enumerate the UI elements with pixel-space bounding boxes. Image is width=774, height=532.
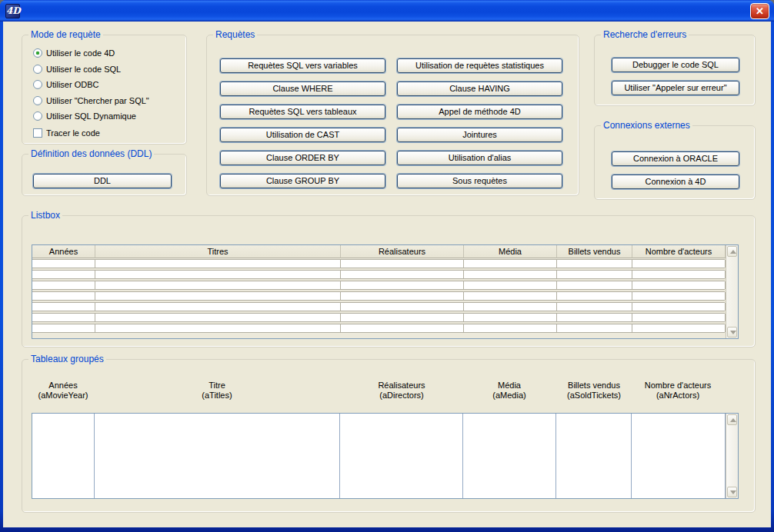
requetes-statistiques-button[interactable]: Utilisation de requètes statistiques: [397, 58, 562, 73]
radio-icon[interactable]: [33, 80, 42, 89]
column-header-billets-vendus[interactable]: Billets vendus: [557, 245, 632, 258]
radio-sql-dynamique[interactable]: Utiliser SQL Dynamique: [33, 110, 136, 121]
radio-label: Utiliser le code 4D: [46, 48, 115, 58]
connexion-4d-button[interactable]: Connexion à 4D: [612, 175, 739, 189]
group-title: Listbox: [28, 210, 62, 221]
column-label-realisateurs: Réalisateurs(aDirectors): [348, 381, 455, 401]
requetes-sql-vers-tableaux-button[interactable]: Requètes SQL vers tableaux: [220, 105, 385, 119]
title-bar[interactable]: 4D ✕: [0, 0, 774, 22]
table-row[interactable]: [32, 313, 725, 322]
listbox-header-row: Années Titres Réalisateurs Média Billets…: [32, 245, 738, 258]
clause-order-by-button[interactable]: Clause ORDER BY: [220, 151, 385, 165]
radio-label: Utiliser ODBC: [46, 80, 98, 89]
close-icon: ✕: [756, 5, 764, 17]
group-title: Recherche d'erreurs: [601, 29, 689, 40]
column-label-nombre-acteurs: Nombre d'acteurs(aNrActors): [624, 381, 732, 401]
radio-utiliser-le-code-sql[interactable]: Utiliser le code SQL: [33, 63, 121, 75]
listbox-table[interactable]: Années Titres Réalisateurs Média Billets…: [32, 244, 739, 339]
checkbox-icon[interactable]: [33, 128, 42, 138]
table-row[interactable]: [32, 291, 725, 301]
tableaux-groupes-group: Tableaux groupés Années(aMovieYear) Titr…: [22, 359, 756, 513]
ddl-group: Définition des données (DDL) DDL: [22, 154, 187, 196]
group-title: Requètes: [213, 29, 257, 40]
up-arrow-icon: [730, 250, 736, 254]
utilisation-alias-button[interactable]: Utilisation d'alias: [397, 151, 562, 165]
scroll-down-button[interactable]: [727, 487, 737, 497]
table-row[interactable]: [32, 281, 725, 290]
column-header-titres[interactable]: Titres: [95, 245, 341, 258]
mode-de-requete-group: Mode de requète Utiliser le code 4D Util…: [22, 35, 187, 145]
clause-where-button[interactable]: Clause WHERE: [220, 81, 385, 96]
table-row[interactable]: [32, 270, 725, 279]
grid-column-nombre-acteurs[interactable]: [632, 414, 726, 498]
column-header-realisateurs[interactable]: Réalisateurs: [341, 245, 464, 258]
grid-column-billets-vendus[interactable]: [556, 414, 632, 498]
column-header-nombre-acteurs[interactable]: Nombre d'acteurs: [632, 245, 726, 258]
column-label-annees: Années(aMovieYear): [25, 381, 102, 401]
appel-de-methode-4d-button[interactable]: Appel de méthode 4D: [397, 105, 562, 119]
radio-utiliser-odbc[interactable]: Utiliser ODBC: [33, 78, 98, 90]
column-header-media[interactable]: Média: [464, 245, 557, 258]
radio-chercher-par-sql[interactable]: Utiliser "Chercher par SQL": [33, 95, 149, 106]
requetes-group: Requètes Requètes SQL vers variables Cla…: [206, 35, 579, 196]
jointures-button[interactable]: Jointures: [397, 128, 562, 142]
utilisation-de-cast-button[interactable]: Utilisation de CAST: [220, 128, 385, 142]
group-title: Définition des données (DDL): [28, 148, 154, 159]
table-row[interactable]: [32, 302, 725, 311]
listbox-body: [32, 258, 725, 338]
radio-label: Utiliser SQL Dynamique: [46, 111, 136, 121]
radio-icon[interactable]: [33, 111, 42, 121]
up-arrow-icon: [730, 418, 736, 422]
group-title: Tableaux groupés: [28, 354, 106, 364]
app-window: 4D ✕ Mode de requète Utiliser le code 4D…: [0, 0, 774, 532]
down-arrow-icon: [730, 490, 736, 494]
listbox-group: Listbox Années Titres Réalisateurs Média…: [22, 215, 756, 347]
connexion-oracle-button[interactable]: Connexion à ORACLE: [612, 151, 739, 166]
group-title: Connexions externes: [601, 120, 692, 131]
table-row[interactable]: [32, 324, 725, 333]
grid-column-realisateurs[interactable]: [340, 414, 463, 498]
radio-icon[interactable]: [33, 96, 42, 105]
radio-icon[interactable]: [33, 65, 42, 74]
grouped-columns: [32, 414, 725, 498]
grouped-arrays-grid[interactable]: [32, 413, 739, 499]
connexions-externes-group: Connexions externes Connexion à ORACLE C…: [594, 125, 756, 200]
column-label-titre: Titre(aTitles): [163, 381, 271, 401]
app-icon: 4D: [5, 4, 20, 18]
radio-utiliser-le-code-4d[interactable]: Utiliser le code 4D: [33, 47, 115, 58]
radio-label: Utiliser "Chercher par SQL": [46, 96, 149, 105]
recherche-erreurs-group: Recherche d'erreurs Debugger le code SQL…: [594, 35, 756, 106]
debugger-le-code-sql-button[interactable]: Debugger le code SQL: [612, 58, 739, 72]
grid-column-titre[interactable]: [95, 414, 340, 498]
sous-requetes-button[interactable]: Sous requètes: [397, 174, 562, 188]
checkbox-label: Tracer le code: [46, 128, 100, 138]
scroll-down-button[interactable]: [727, 327, 737, 337]
down-arrow-icon: [730, 331, 736, 334]
grid-column-media[interactable]: [463, 414, 556, 498]
appeler-sur-erreur-button[interactable]: Utiliser "Appeler sur erreur": [612, 81, 739, 95]
window-client-area: Mode de requète Utiliser le code 4D Util…: [3, 22, 771, 527]
group-title: Mode de requète: [28, 29, 103, 40]
clause-group-by-button[interactable]: Clause GROUP BY: [220, 174, 385, 188]
radio-icon[interactable]: [33, 48, 42, 58]
scroll-up-button[interactable]: [727, 414, 737, 425]
listbox-scrollbar[interactable]: [726, 245, 738, 338]
table-row[interactable]: [32, 259, 725, 268]
checkbox-tracer-le-code[interactable]: Tracer le code: [33, 127, 100, 138]
column-header-annees[interactable]: Années: [32, 245, 95, 258]
grid-column-annees[interactable]: [32, 414, 95, 498]
requetes-sql-vers-variables-button[interactable]: Requètes SQL vers variables: [220, 58, 385, 73]
grouped-grid-scrollbar[interactable]: [726, 414, 738, 498]
close-button[interactable]: ✕: [750, 3, 769, 19]
radio-label: Utiliser le code SQL: [46, 65, 121, 74]
clause-having-button[interactable]: Clause HAVING: [397, 81, 562, 96]
ddl-button[interactable]: DDL: [33, 174, 172, 188]
scroll-up-button[interactable]: [727, 246, 737, 257]
